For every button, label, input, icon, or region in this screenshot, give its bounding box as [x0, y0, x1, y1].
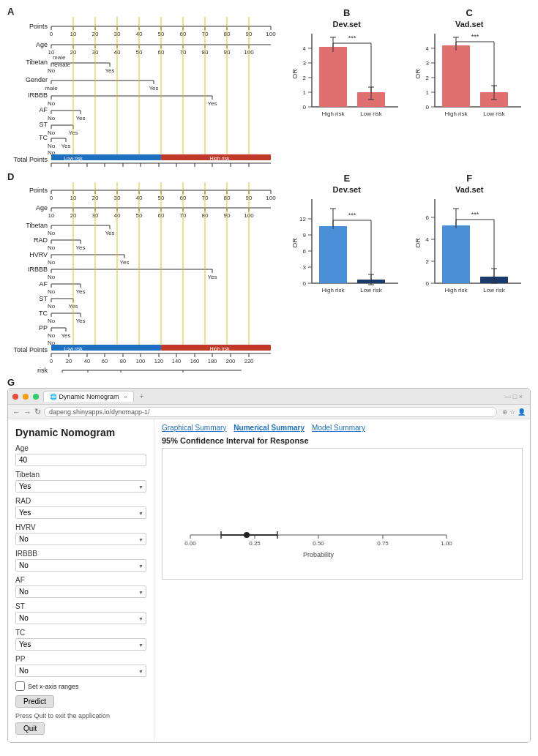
- ci-svg: 0.00 0.25 0.50 0.75 1.00: [168, 454, 516, 572]
- back-button[interactable]: ←: [12, 408, 20, 416]
- svg-text:Total Points: Total Points: [13, 156, 48, 163]
- svg-text:AF: AF: [39, 280, 48, 288]
- svg-rect-387: [442, 225, 470, 283]
- svg-text:No: No: [48, 100, 56, 107]
- st-field-label: ST: [15, 602, 146, 610]
- svg-text:***: ***: [348, 212, 356, 219]
- new-tab-btn[interactable]: +: [140, 392, 144, 400]
- svg-text:***: ***: [471, 33, 479, 40]
- svg-text:2: 2: [303, 75, 307, 81]
- svg-text:Tibetan: Tibetan: [26, 59, 48, 66]
- tibetan-select-wrapper: Yes No: [15, 480, 146, 493]
- app-left-panel: Dynamic Nomogram Age Tibetan Yes No RAD …: [8, 419, 154, 742]
- browser-window: 🌐 Dynamic Nomogram × + — □ × ← → ↻ dapen…: [7, 388, 531, 743]
- svg-text:High risk: High risk: [322, 111, 345, 117]
- svg-text:***: ***: [348, 34, 356, 42]
- quit-button[interactable]: Quit: [15, 722, 45, 735]
- st-select[interactable]: No Yes: [15, 612, 146, 624]
- rad-select[interactable]: Yes No: [15, 506, 146, 519]
- tc-select[interactable]: Yes No: [15, 638, 146, 651]
- svg-text:0.25: 0.25: [249, 540, 261, 547]
- svg-text:No: No: [48, 303, 56, 310]
- svg-text:0: 0: [425, 280, 429, 287]
- tab-title: Dynamic Nomogram: [59, 393, 119, 400]
- svg-text:High risk: High risk: [444, 287, 468, 293]
- svg-text:6: 6: [303, 248, 307, 255]
- row-abc: A Points 0 10 20 30 40: [7, 6, 531, 167]
- svg-text:Yes: Yes: [75, 318, 85, 324]
- pp-select[interactable]: No Yes: [15, 665, 146, 677]
- svg-text:20: 20: [66, 358, 72, 364]
- age-input[interactable]: [15, 454, 146, 466]
- panel-e-label: E: [343, 173, 350, 184]
- svg-text:0: 0: [303, 280, 307, 287]
- close-btn[interactable]: [12, 394, 18, 400]
- irbbb-field-label: IRBBB: [15, 550, 146, 558]
- predict-button[interactable]: Predict: [15, 695, 54, 708]
- svg-text:6: 6: [425, 214, 429, 221]
- af-select[interactable]: No Yes: [15, 585, 146, 598]
- panel-g: G 🌐 Dynamic Nomogram × + — □ × ← →: [7, 377, 531, 743]
- svg-text:ST: ST: [39, 121, 48, 128]
- svg-text:100: 100: [266, 195, 276, 201]
- svg-text:No: No: [48, 67, 56, 74]
- svg-text:80: 80: [120, 358, 126, 364]
- refresh-button[interactable]: ↻: [34, 407, 41, 416]
- tab-graphical-summary[interactable]: Graphical Summary: [162, 424, 226, 432]
- svg-text:220: 220: [244, 358, 254, 364]
- svg-text:Yes: Yes: [75, 288, 85, 295]
- bar-chart-e: 0 3 6 9 12 OR High risk Low risk: [290, 195, 403, 312]
- tab-model-summary[interactable]: Model Summary: [312, 424, 365, 432]
- svg-rect-182: [442, 45, 470, 107]
- svg-text:Age: Age: [36, 204, 48, 212]
- svg-text:12: 12: [299, 216, 306, 222]
- svg-text:0: 0: [50, 195, 53, 201]
- svg-text:OR: OR: [414, 238, 422, 248]
- url-text: dapeng.shinyapps.io/dynomapp-1/: [49, 408, 150, 416]
- row-def: D Points 0 10 20 30 40 50: [7, 171, 531, 373]
- page: A Points 0 10 20 30 40: [0, 0, 538, 749]
- hvrv-select[interactable]: No Yes: [15, 533, 146, 545]
- maximize-btn[interactable]: [33, 394, 39, 400]
- tc-field-label: TC: [15, 629, 146, 637]
- axis-range-checkbox[interactable]: [15, 681, 25, 691]
- forward-button[interactable]: →: [23, 408, 31, 416]
- minimize-btn[interactable]: [23, 394, 29, 400]
- svg-text:No: No: [48, 230, 56, 236]
- svg-text:Yes: Yes: [207, 274, 217, 280]
- svg-text:Yes: Yes: [207, 100, 217, 107]
- app-right-panel: Graphical Summary Numerical Summary Mode…: [154, 419, 530, 742]
- irbbb-select[interactable]: No Yes: [15, 559, 146, 572]
- panel-b-label: B: [343, 7, 350, 18]
- panel-c: C Vad.set 0 1 2 3 4 OR: [408, 6, 531, 167]
- svg-text:High risk: High risk: [209, 156, 230, 162]
- panel-a: A Points 0 10 20 30 40: [7, 6, 285, 167]
- url-bar[interactable]: dapeng.shinyapps.io/dynomapp-1/: [44, 407, 497, 417]
- browser-tab[interactable]: 🌐 Dynamic Nomogram ×: [43, 391, 134, 402]
- svg-text:180: 180: [208, 358, 217, 364]
- app-title: Dynamic Nomogram: [15, 427, 146, 438]
- svg-text:160: 160: [190, 358, 200, 364]
- panel-b-title: Dev.set: [333, 20, 361, 29]
- tibetan-select[interactable]: Yes No: [15, 480, 146, 493]
- browser-nav: ← → ↻ dapeng.shinyapps.io/dynomapp-1/ ⊕ …: [8, 405, 530, 419]
- svg-text:0: 0: [303, 104, 307, 111]
- svg-text:0.00: 0.00: [184, 540, 196, 547]
- svg-text:Low risk: Low risk: [64, 156, 83, 161]
- svg-text:1.00: 1.00: [441, 540, 452, 547]
- svg-text:male: male: [45, 85, 58, 91]
- svg-text:No: No: [48, 332, 56, 339]
- tab-numerical-summary[interactable]: Numerical Summary: [233, 424, 305, 432]
- svg-text:Probability: Probability: [303, 551, 335, 558]
- panel-c-title: Vad.set: [455, 20, 484, 29]
- svg-text:No: No: [48, 318, 56, 324]
- svg-text:Low risk: Low risk: [361, 111, 383, 117]
- svg-point-415: [244, 532, 250, 538]
- svg-text:***: ***: [471, 211, 479, 218]
- svg-text:Yes: Yes: [75, 244, 85, 251]
- svg-text:No: No: [48, 244, 56, 251]
- app-tabs: Graphical Summary Numerical Summary Mode…: [162, 424, 523, 432]
- hvrv-select-wrapper: No Yes: [15, 533, 146, 545]
- panel-d: D Points 0 10 20 30 40 50: [7, 171, 285, 373]
- svg-text:Yes: Yes: [61, 143, 70, 149]
